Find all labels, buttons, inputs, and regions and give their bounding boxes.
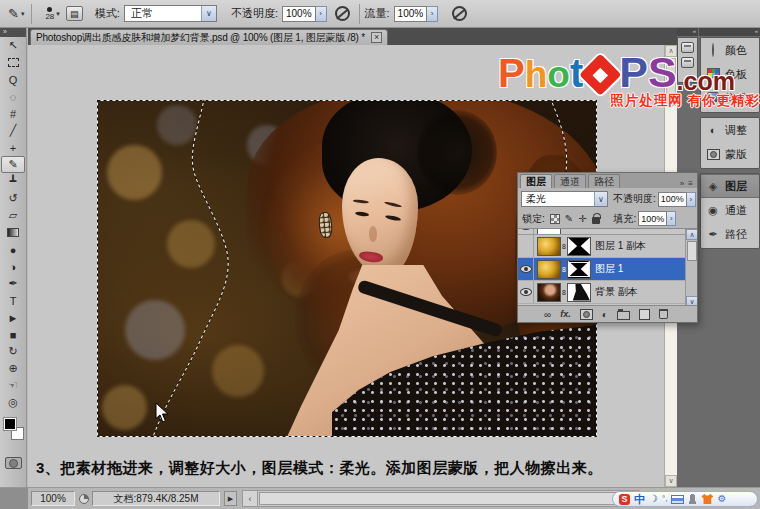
- layers-scrollbar[interactable]: ∧ ∨: [685, 229, 697, 306]
- tab-paths[interactable]: 路径: [588, 174, 620, 188]
- chinese-mode-icon[interactable]: 中: [634, 494, 645, 505]
- lock-position-icon[interactable]: ✛: [578, 213, 586, 224]
- link-layers-icon[interactable]: ∞: [544, 309, 551, 320]
- delete-layer-icon[interactable]: [659, 309, 668, 319]
- panel-button-layers[interactable]: ◈ 图层: [701, 174, 759, 198]
- history-panel-icon[interactable]: [681, 42, 694, 53]
- punctuation-icon[interactable]: °,: [662, 495, 667, 503]
- layer-row-selected[interactable]: 8 图层 1: [518, 258, 685, 281]
- layer-thumbnail[interactable]: [537, 237, 561, 256]
- dodge-tool[interactable]: ◑: [0, 258, 26, 275]
- hand-tool[interactable]: ☜: [0, 377, 26, 394]
- sogou-logo-icon[interactable]: S: [619, 494, 630, 505]
- crop-tool[interactable]: #: [0, 105, 26, 122]
- type-tool[interactable]: T: [0, 292, 26, 309]
- new-layer-icon[interactable]: [639, 309, 650, 320]
- scroll-left-icon[interactable]: ‹: [243, 491, 258, 506]
- brush-preset-icon[interactable]: ✎: [8, 6, 19, 21]
- scroll-up-icon[interactable]: ∧: [686, 229, 697, 240]
- layer-name: 图层 1 副本: [595, 239, 646, 253]
- dock-collapse-button[interactable]: «: [677, 28, 698, 36]
- fill-field[interactable]: 100% ›: [638, 211, 676, 226]
- info-panel-icon[interactable]: [681, 57, 694, 68]
- layer-blend-mode-dropdown[interactable]: 柔光 ∨: [521, 191, 608, 207]
- orbit-3d-tool[interactable]: ⊕: [0, 360, 26, 377]
- scroll-up-icon[interactable]: ∧: [665, 45, 677, 57]
- new-group-icon[interactable]: [617, 311, 630, 320]
- adjustment-layer-icon[interactable]: ◐: [602, 309, 608, 320]
- rotate-3d-tool[interactable]: ↻: [0, 343, 26, 360]
- scrollbar-thumb[interactable]: [666, 58, 676, 106]
- visibility-toggle[interactable]: [518, 281, 534, 303]
- toggle-brushes-panel-button[interactable]: ▤: [66, 6, 83, 21]
- lock-transparency-icon[interactable]: [550, 214, 560, 224]
- toolbox-collapse-button[interactable]: »: [0, 28, 26, 37]
- brush-size-preview[interactable]: 28: [45, 7, 54, 21]
- skin-icon[interactable]: [701, 494, 713, 504]
- lock-pixels-icon[interactable]: ✎: [565, 213, 573, 224]
- scrollbar-thumb[interactable]: [687, 241, 697, 261]
- visibility-toggle[interactable]: [518, 258, 534, 280]
- blur-tool[interactable]: ●: [0, 241, 26, 258]
- quick-selection-tool[interactable]: ◌: [0, 88, 26, 105]
- airbrush-icon[interactable]: [452, 6, 467, 21]
- quick-mask-button[interactable]: [5, 457, 22, 469]
- layer-opacity-field[interactable]: 100% ›: [658, 192, 696, 207]
- spot-healing-tool[interactable]: +: [0, 139, 26, 156]
- panel-button-adjustments[interactable]: ◐ 调整: [701, 118, 759, 142]
- gradient-tool[interactable]: [0, 224, 26, 241]
- clone-stamp-tool[interactable]: ┻: [0, 173, 26, 190]
- path-selection-tool[interactable]: ►: [0, 309, 26, 326]
- layer-mask-thumbnail[interactable]: [567, 260, 591, 279]
- layer-row[interactable]: 8 背景 副本: [518, 281, 685, 304]
- eyedropper-tool[interactable]: ╱: [0, 122, 26, 139]
- panel-button-channels[interactable]: ◉ 通道: [701, 198, 759, 222]
- layer-style-icon[interactable]: fx.: [560, 309, 571, 319]
- scrollbar-thumb[interactable]: [259, 492, 621, 505]
- move-tool[interactable]: ↖: [0, 37, 26, 54]
- layer-thumbnail[interactable]: [537, 283, 561, 302]
- lock-all-icon[interactable]: [592, 214, 600, 224]
- wrench-icon[interactable]: ⚙: [717, 494, 726, 504]
- flow-field[interactable]: 100% ›: [394, 6, 439, 22]
- brush-tool[interactable]: ✎: [1, 156, 25, 173]
- soft-keyboard-icon[interactable]: [671, 495, 684, 504]
- tab-layers[interactable]: 图层: [520, 174, 552, 188]
- document-tab[interactable]: Photoshop调出质感皮肤和增加梦幻背景.psd @ 100% (图层 1,…: [30, 29, 388, 45]
- brush-size-caret-icon[interactable]: ▾: [56, 10, 60, 18]
- eraser-tool[interactable]: ▱: [0, 207, 26, 224]
- panel-button-paths[interactable]: ✒ 路径: [701, 222, 759, 246]
- visibility-toggle[interactable]: [518, 235, 534, 257]
- layer-mask-thumbnail[interactable]: [567, 283, 591, 302]
- fullwidth-moon-icon[interactable]: ☽: [649, 494, 658, 504]
- lasso-tool[interactable]: Q: [0, 71, 26, 88]
- marquee-tool[interactable]: [0, 54, 26, 71]
- add-mask-icon[interactable]: [580, 309, 593, 320]
- user-icon[interactable]: [688, 494, 697, 504]
- layer-row[interactable]: 8 图层 1 副本: [518, 235, 685, 258]
- zoom-tool[interactable]: ◎: [0, 394, 26, 411]
- opacity-field[interactable]: 100% ›: [282, 6, 327, 22]
- panel-menu-icon[interactable]: ≡: [688, 179, 694, 188]
- panel-collapse-icon[interactable]: »: [680, 179, 685, 188]
- blend-mode-dropdown[interactable]: 正常 ∨: [124, 5, 217, 22]
- preset-caret-icon[interactable]: ▾: [21, 10, 25, 18]
- layer-mask-thumbnail[interactable]: [567, 237, 591, 256]
- foreground-color-swatch[interactable]: [3, 417, 17, 431]
- panel-button-styles[interactable]: 样式: [701, 86, 759, 110]
- document-horizontal-scrollbar[interactable]: ‹ ›: [242, 490, 640, 507]
- tab-channels[interactable]: 通道: [554, 174, 586, 188]
- scroll-down-icon[interactable]: ∨: [665, 475, 677, 487]
- zoom-level-field[interactable]: 100%: [31, 491, 75, 506]
- pen-tool[interactable]: ✒: [0, 275, 26, 292]
- dock-collapse-button[interactable]: «: [699, 28, 760, 36]
- airbrush-toggle-icon[interactable]: [335, 6, 350, 21]
- layer-thumbnail[interactable]: [537, 260, 561, 279]
- panel-button-swatches[interactable]: 色板: [701, 62, 759, 86]
- panel-button-color[interactable]: 颜色: [701, 38, 759, 62]
- close-icon[interactable]: ×: [371, 32, 382, 43]
- status-popup-button[interactable]: ▶: [224, 491, 237, 506]
- panel-button-masks[interactable]: 蒙版: [701, 142, 759, 166]
- shape-tool[interactable]: ■: [0, 326, 26, 343]
- history-brush-tool[interactable]: ↺: [0, 190, 26, 207]
